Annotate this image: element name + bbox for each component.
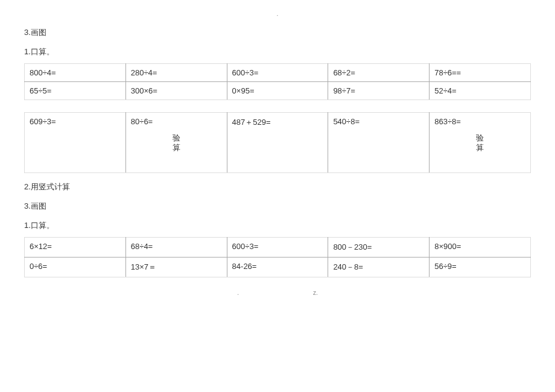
table-row: 6×12= 68÷4= 600÷3= 800－230= 8×900= [25, 238, 531, 258]
math-cell: 8×900= [430, 238, 531, 258]
math-cell: 13×7＝ [125, 258, 227, 277]
heading-vertical: 2.用竖式计算 [24, 182, 531, 192]
heading-mental-1: 1.口算。 [24, 46, 531, 57]
heading-draw-2: 3.画图 [24, 201, 531, 212]
mental-math-table-2: 6×12= 68÷4= 600÷3= 800－230= 8×900= 0÷6= … [24, 237, 531, 277]
expression: 863÷8= [434, 117, 461, 126]
vertical-calc-table: 609÷3= 80÷6= 验算 487＋529= 540÷8= 863÷8= 验… [24, 112, 531, 173]
math-cell: 65÷5= [25, 82, 126, 100]
footer-left: . [237, 289, 239, 296]
math-cell: 6×12= [25, 238, 126, 258]
expression: 540÷8= [333, 117, 360, 126]
math-cell: 98÷7= [328, 82, 430, 100]
footer-right: z. [313, 289, 318, 296]
expression: 487＋529= [232, 118, 271, 127]
mental-math-table-1: 800÷4= 280÷4= 600÷3= 68÷2= 78÷6== 65÷5= … [24, 63, 531, 100]
footer: . z. [24, 289, 531, 296]
math-cell: 0×95= [227, 82, 328, 100]
math-cell: 0÷6= [25, 258, 126, 277]
table-row: 609÷3= 80÷6= 验算 487＋529= 540÷8= 863÷8= 验… [25, 113, 531, 173]
math-cell: 800÷4= [25, 64, 126, 82]
math-cell: 84-26= [227, 258, 328, 277]
heading-mental-2: 1.口算。 [24, 220, 531, 231]
math-cell: 68÷2= [328, 64, 430, 82]
math-cell: 540÷8= [328, 113, 430, 173]
math-cell: 600÷3= [227, 64, 328, 82]
math-cell: 52÷4= [430, 82, 531, 100]
math-cell: 80÷6= 验算 [125, 113, 227, 173]
math-cell: 600÷3= [227, 238, 328, 258]
table-row: 0÷6= 13×7＝ 84-26= 240－8= 56÷9= [25, 258, 531, 277]
math-cell: 800－230= [328, 238, 430, 258]
math-cell: 863÷8= 验算 [430, 113, 531, 173]
math-cell: 78÷6== [430, 64, 531, 82]
top-dot: · [24, 12, 531, 19]
math-cell: 300×6= [125, 82, 227, 100]
table-row: 800÷4= 280÷4= 600÷3= 68÷2= 78÷6== [25, 64, 531, 82]
math-cell: 240－8= [328, 258, 430, 277]
math-cell: 487＋529= [227, 113, 328, 173]
heading-draw-1: 3.画图 [24, 27, 531, 38]
check-label: 验算 [475, 133, 484, 152]
check-label: 验算 [172, 133, 180, 152]
math-cell: 56÷9= [430, 258, 531, 277]
math-cell: 68÷4= [125, 238, 227, 258]
table-row: 65÷5= 300×6= 0×95= 98÷7= 52÷4= [25, 82, 531, 100]
expression: 80÷6= [131, 117, 153, 126]
math-cell: 609÷3= [25, 113, 126, 173]
math-cell: 280÷4= [125, 64, 227, 82]
expression: 609÷3= [30, 117, 56, 126]
